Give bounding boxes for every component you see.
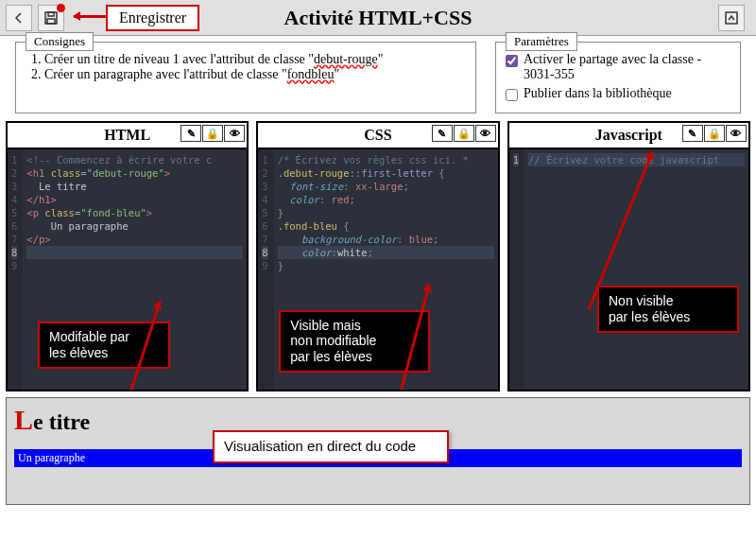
annotation-js: Non visiblepar les élèves [597,286,739,333]
svg-rect-3 [726,12,737,24]
visibility-toggle-icon[interactable]: 👁 [224,125,245,142]
editor-css-title: CSS [364,127,391,144]
arrow-left-icon [11,10,26,26]
visibility-toggle-icon[interactable]: 👁 [475,125,496,142]
svg-rect-2 [47,19,55,24]
save-icon [43,10,59,26]
consignes-fieldset: Consignes Créer un titre de niveau 1 ave… [15,42,476,113]
back-button[interactable] [6,5,32,31]
editor-html-title: HTML [104,127,150,144]
share-label[interactable]: Activer le partage avec la classe - 3031… [524,52,730,82]
editable-toggle-icon[interactable]: ✎ [432,125,453,142]
svg-rect-1 [48,12,54,16]
editor-html-header: HTML ✎ 🔒 👁 [8,123,247,149]
page-title: Activité HTML+CSS [284,6,472,30]
unsaved-indicator [57,4,65,12]
editor-js-title: Javascript [595,127,662,144]
parametres-fieldset: Paramètres Activer le partage avec la cl… [495,42,741,113]
editor-js: Javascript ✎ 🔒 👁 1 // Écrivez votre code… [507,121,750,391]
save-button[interactable] [38,5,64,31]
lock-toggle-icon[interactable]: 🔒 [704,125,725,142]
parametres-legend: Paramètres [506,32,577,51]
chevron-up-icon [724,10,739,26]
annotation-save: Enregistrer [106,5,199,31]
publish-checkbox[interactable] [506,89,518,101]
lock-toggle-icon[interactable]: 🔒 [454,125,474,142]
consignes-legend: Consignes [26,32,94,51]
editor-css-header: CSS ✎ 🔒 👁 [258,123,497,149]
editable-toggle-icon[interactable]: ✎ [682,125,703,142]
editor-js-code[interactable]: 1 // Écrivez votre code javascript [509,149,748,390]
expand-button[interactable] [718,5,745,31]
editors-row: HTML ✎ 🔒 👁 123456789 <!-- Commencez à éc… [0,117,756,391]
editor-js-header: Javascript ✎ 🔒 👁 [509,123,748,149]
preview-title-rest: e titre [33,409,90,434]
preview-first-letter: L [14,404,33,435]
visibility-toggle-icon[interactable]: 👁 [726,125,747,142]
share-checkbox[interactable] [506,55,518,67]
editor-css: CSS ✎ 🔒 👁 123456789 /* Écrivez vos règle… [256,121,499,391]
editable-toggle-icon[interactable]: ✎ [180,125,201,142]
annotation-preview: Visualisation en direct du code [213,430,449,463]
editor-html: HTML ✎ 🔒 👁 123456789 <!-- Commencez à éc… [6,121,249,391]
preview-pane: Le titre Un paragraphe Visualisation en … [6,397,750,505]
config-row: Consignes Créer un titre de niveau 1 ave… [0,36,756,117]
lock-toggle-icon[interactable]: 🔒 [202,125,223,142]
consigne-item: Créer un paragraphe avec l'attribut de c… [44,67,466,82]
consignes-list: Créer un titre de niveau 1 avec l'attrib… [26,52,466,82]
annotation-arrow-save [74,15,106,18]
consigne-item: Créer un titre de niveau 1 avec l'attrib… [44,52,466,67]
publish-label[interactable]: Publier dans la bibliothèque [524,86,672,101]
